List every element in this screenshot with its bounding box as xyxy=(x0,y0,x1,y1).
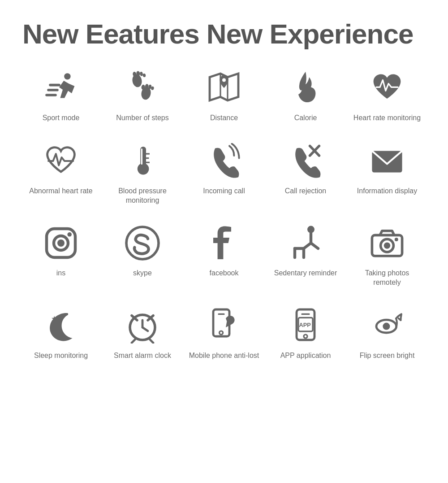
sleep-monitoring-label: Sleep monitoring xyxy=(34,351,88,361)
svg-point-49 xyxy=(220,331,223,335)
incoming-call-icon xyxy=(204,141,244,181)
distance-label: Distance xyxy=(210,113,238,123)
number-of-steps-icon xyxy=(122,68,163,108)
feature-skype: skype xyxy=(104,223,181,287)
feature-mobile-phone-anti-lost: Mobile phone anti-lost xyxy=(185,305,263,361)
svg-point-38 xyxy=(395,238,398,241)
flip-screen-bright-icon xyxy=(367,305,407,346)
sport-mode-label: Sport mode xyxy=(43,113,80,123)
smart-alarm-clock-label: Smart alarm clock xyxy=(114,351,171,361)
feature-app-application: APP APP application xyxy=(267,305,344,361)
calorie-icon xyxy=(285,68,326,108)
app-application-label: APP application xyxy=(280,351,331,361)
feature-information-display: Information display xyxy=(349,141,426,205)
feature-flip-screen-bright: Flip screen bright xyxy=(349,305,426,361)
blood-pressure-monitoring-label: Blood pressure monitoring xyxy=(107,187,178,205)
feature-sleep-monitoring: ★ Sleep monitoring xyxy=(22,305,99,361)
feature-taking-photos-remotely: Taking photos remotely xyxy=(349,223,426,287)
sedentary-reminder-icon xyxy=(285,223,326,263)
feature-distance: Distance xyxy=(185,68,263,123)
feature-blood-pressure-monitoring: Blood pressure monitoring xyxy=(104,141,181,205)
feature-facebook: facebook xyxy=(185,223,263,287)
svg-point-7 xyxy=(140,72,143,77)
heart-rate-monitoring-label: Heart rate monitoring xyxy=(353,113,421,123)
taking-photos-remotely-icon xyxy=(367,223,407,263)
flip-screen-bright-label: Flip screen bright xyxy=(360,351,415,361)
svg-point-56 xyxy=(383,323,390,330)
svg-text:★: ★ xyxy=(51,315,57,322)
smart-alarm-clock-icon xyxy=(122,305,163,346)
information-display-icon xyxy=(367,141,407,181)
ins-label: ins xyxy=(56,269,65,278)
svg-point-28 xyxy=(67,232,72,237)
feature-smart-alarm-clock: Smart alarm clock xyxy=(104,305,181,361)
blood-pressure-monitoring-icon xyxy=(122,141,163,181)
abnormal-heart-rate-label: Abnormal heart rate xyxy=(29,187,92,196)
svg-point-8 xyxy=(142,74,146,78)
svg-point-29 xyxy=(57,239,65,247)
svg-line-45 xyxy=(132,339,135,343)
facebook-label: facebook xyxy=(210,269,239,278)
svg-point-37 xyxy=(384,243,390,249)
information-display-label: Information display xyxy=(357,187,417,196)
sleep-monitoring-icon: ★ xyxy=(41,305,81,346)
distance-icon xyxy=(204,68,244,108)
feature-abnormal-heart-rate: Abnormal heart rate xyxy=(22,141,99,205)
incoming-call-label: Incoming call xyxy=(203,187,245,196)
page-title: New Eeatures New Experience xyxy=(22,18,426,50)
skype-icon xyxy=(122,223,163,263)
heart-rate-monitoring-icon xyxy=(367,68,407,108)
feature-sport-mode: Sport mode xyxy=(22,68,99,123)
svg-point-52 xyxy=(304,335,307,338)
calorie-label: Calorie xyxy=(294,113,317,123)
svg-line-46 xyxy=(150,339,153,343)
ins-icon xyxy=(41,223,81,263)
feature-sedentary-reminder: Sedentary reminder xyxy=(267,223,344,287)
features-grid: Sport mode Number of steps xyxy=(22,68,426,361)
feature-incoming-call: Incoming call xyxy=(185,141,263,205)
feature-calorie: Calorie xyxy=(267,68,344,123)
feature-heart-rate-monitoring: Heart rate monitoring xyxy=(349,68,426,123)
facebook-icon xyxy=(204,223,244,263)
mobile-phone-anti-lost-icon xyxy=(204,305,244,346)
feature-call-rejection: Call rejection xyxy=(267,141,344,205)
app-application-icon: APP xyxy=(285,305,326,346)
call-rejection-label: Call rejection xyxy=(285,187,326,196)
mobile-phone-anti-lost-label: Mobile phone anti-lost xyxy=(189,351,259,361)
svg-point-0 xyxy=(64,73,70,79)
sedentary-reminder-label: Sedentary reminder xyxy=(274,269,337,278)
taking-photos-remotely-label: Taking photos remotely xyxy=(351,269,423,287)
number-of-steps-label: Number of steps xyxy=(116,113,168,123)
svg-rect-19 xyxy=(141,148,142,165)
svg-text:APP: APP xyxy=(299,322,311,328)
svg-point-18 xyxy=(138,163,149,175)
sport-mode-icon xyxy=(41,68,81,108)
skype-label: skype xyxy=(133,269,152,278)
feature-number-of-steps: Number of steps xyxy=(104,68,181,123)
abnormal-heart-rate-icon xyxy=(41,141,81,181)
svg-point-16 xyxy=(222,78,226,82)
feature-ins: ins xyxy=(22,223,99,287)
svg-line-42 xyxy=(142,327,148,331)
svg-line-34 xyxy=(311,243,318,248)
call-rejection-icon xyxy=(285,141,326,181)
